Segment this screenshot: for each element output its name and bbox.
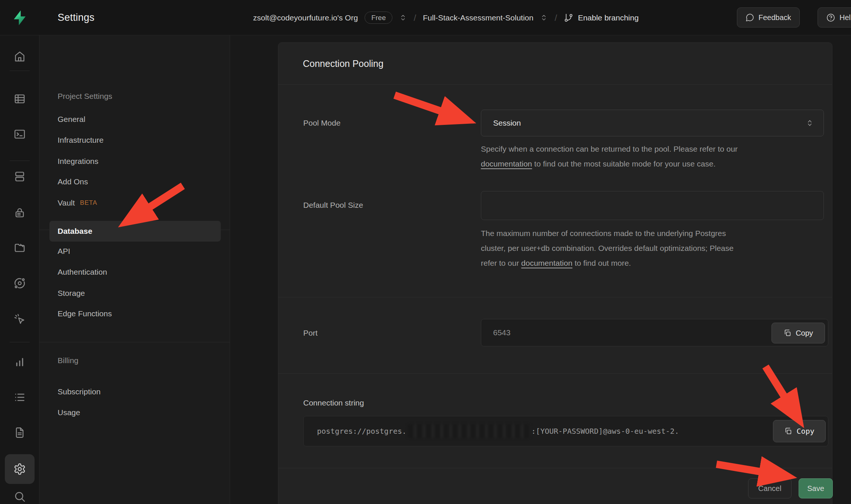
sidebar-item-usage[interactable]: Usage [58, 405, 80, 420]
help-circle-icon [826, 13, 835, 22]
port-value: 6543 [493, 328, 511, 337]
home-icon[interactable] [13, 50, 26, 63]
rail-divider [10, 342, 30, 342]
feedback-bubble-icon [745, 13, 754, 22]
sidebar-item-general[interactable]: General [58, 112, 85, 127]
edge-functions-icon[interactable] [13, 277, 26, 290]
realtime-icon[interactable] [13, 313, 26, 326]
port-copy-button[interactable]: Copy [771, 323, 825, 343]
sidebar-item-vault[interactable]: Vault BETA [58, 196, 97, 210]
feedback-button[interactable]: Feedback [737, 7, 800, 28]
help-label: Help [839, 13, 851, 22]
copy-icon [783, 329, 792, 337]
pool-mode-label: Pool Mode [303, 119, 340, 127]
project-selector-chevrons-icon[interactable] [540, 14, 548, 22]
table-editor-icon[interactable] [13, 93, 26, 105]
sidebar-item-authentication[interactable]: Authentication [58, 265, 107, 280]
breadcrumb-slash: / [554, 13, 557, 23]
feedback-label: Feedback [758, 13, 791, 22]
storage-icon[interactable] [13, 242, 26, 254]
default-pool-size-label: Default Pool Size [303, 201, 363, 210]
rail-divider [10, 161, 30, 161]
plan-badge: Free [365, 12, 392, 24]
sidebar-item-api[interactable]: API [58, 244, 70, 259]
sidebar-item-add-ons[interactable]: Add Ons [58, 174, 88, 189]
database-icon[interactable] [13, 170, 26, 183]
org-selector-chevrons-icon[interactable] [399, 14, 407, 22]
menu-section-header: Project Settings [58, 89, 112, 104]
main-content: Connection Pooling Pool Mode Session Spe… [230, 35, 851, 504]
menu-section-header: Billing [58, 353, 78, 368]
connection-string-label: Connection string [303, 398, 364, 407]
beta-badge: BETA [80, 199, 97, 207]
sidebar-item-infrastructure[interactable]: Infrastructure [58, 133, 104, 148]
settings-menu-panel: Project Settings General Infrastructure … [39, 35, 230, 504]
settings-gear-icon [13, 463, 26, 475]
footer-divider [278, 468, 832, 468]
org-name[interactable]: zsolt@codeyourfuture.io's Org [253, 13, 358, 22]
documentation-link[interactable]: documentation [521, 259, 573, 267]
section-divider [278, 373, 832, 374]
rail-divider [10, 71, 30, 71]
port-label: Port [303, 329, 318, 337]
pool-mode-value: Session [493, 119, 521, 127]
save-button[interactable]: Save [799, 478, 833, 498]
card-divider [278, 84, 832, 85]
search-icon[interactable] [13, 490, 26, 503]
connection-pooling-card: Connection Pooling Pool Mode Session Spe… [278, 42, 832, 504]
sidebar-item-storage[interactable]: Storage [58, 286, 85, 301]
port-input: 6543 Copy [481, 319, 828, 346]
section-divider [278, 297, 832, 297]
git-branch-icon [564, 13, 573, 23]
sidebar-item-integrations[interactable]: Integrations [58, 154, 98, 169]
enable-branching-label: Enable branching [578, 13, 638, 22]
copy-icon [784, 427, 792, 435]
breadcrumb-slash: / [414, 13, 416, 23]
connection-string-copy-button[interactable]: Copy [773, 420, 826, 442]
auth-icon[interactable] [13, 206, 26, 219]
pool-mode-description: Specify when a connection can be returne… [481, 142, 838, 171]
logs-icon[interactable] [13, 391, 26, 404]
page-title: Settings [58, 0, 94, 35]
cancel-button[interactable]: Cancel [748, 478, 792, 498]
top-header: Settings zsolt@codeyourfuture.io's Org F… [0, 0, 851, 35]
settings-nav-active[interactable] [5, 454, 35, 484]
nav-icon-rail [0, 35, 39, 504]
default-pool-size-input[interactable] [481, 191, 824, 220]
documentation-link[interactable]: documentation [481, 159, 532, 168]
sidebar-item-subscription[interactable]: Subscription [58, 384, 101, 399]
select-chevrons-icon [806, 119, 814, 127]
sql-editor-icon[interactable] [13, 128, 26, 140]
project-name[interactable]: Full-Stack-Assessment-Solution [423, 13, 534, 22]
menu-divider [39, 342, 230, 342]
connection-string-value: postgres://postgres.:[YOUR-PASSWORD]@aws… [303, 416, 828, 446]
supabase-bolt-icon [11, 9, 28, 26]
default-pool-size-description: The maximum number of connections made t… [481, 226, 838, 271]
reports-icon[interactable] [13, 356, 26, 368]
api-docs-icon[interactable] [13, 426, 26, 439]
help-button[interactable]: Help [818, 7, 851, 28]
sidebar-item-edge-functions[interactable]: Edge Functions [58, 306, 112, 321]
enable-branching-button[interactable]: Enable branching [564, 13, 638, 23]
supabase-settings-screen: Settings zsolt@codeyourfuture.io's Org F… [0, 0, 851, 504]
pool-mode-select[interactable]: Session [481, 110, 824, 136]
breadcrumb: zsolt@codeyourfuture.io's Org Free / Ful… [253, 0, 639, 35]
card-title: Connection Pooling [278, 43, 832, 84]
redacted-project-ref [408, 424, 530, 438]
supabase-logo[interactable] [0, 0, 39, 35]
sidebar-item-database-active[interactable]: Database [49, 221, 221, 242]
